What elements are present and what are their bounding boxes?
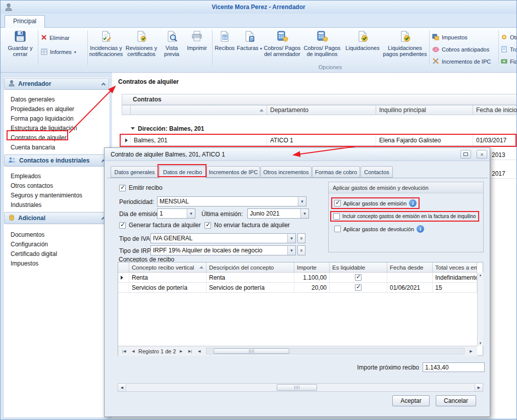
sidebar-section-arrendador[interactable]: Arrendador [4, 78, 109, 90]
row-cell-departamento[interactable]: ATICO 1 [267, 135, 376, 146]
ultima-emision-select[interactable]: Junio 2021 [247, 208, 309, 219]
conceptos-cell-liquidable[interactable] [330, 283, 387, 293]
tras-button[interactable]: Tras [501, 44, 517, 55]
impuestos-button[interactable]: Impuestos [432, 32, 468, 42]
sidebar-section-contactos[interactable]: Contactos e industriales [4, 154, 109, 167]
aplicar-gastos-emision-row[interactable]: Aplicar gastos de emisión i [331, 197, 420, 209]
sidebar-item-cuenta-bancaria[interactable]: Cuenta bancaria [4, 143, 109, 152]
aplicar-gastos-emision-checkbox[interactable] [334, 200, 341, 206]
sidebar-item-impuestos[interactable]: Impuestos [4, 259, 109, 269]
tipo-irpf-select[interactable]: IRPF 19% Alquiler de locales de negocio [150, 245, 296, 255]
conceptos-cell[interactable]: 1.100,00 [294, 273, 330, 283]
aceptar-button[interactable]: Aceptar [392, 395, 430, 406]
conceptos-cell[interactable] [387, 273, 433, 283]
guardar-cerrar-button[interactable]: Guardar y cerrar [6, 30, 35, 70]
conceptos-header-total[interactable]: Total veces a emit [433, 262, 477, 273]
fian-button[interactable]: Fian [501, 57, 517, 67]
tab-datos-de-recibo[interactable]: Datos de recibo [159, 166, 206, 178]
tab-incrementos-ipc[interactable]: Incrementos de IPC [206, 166, 260, 178]
eliminar-button[interactable]: Eliminar [41, 33, 70, 43]
nav-first-button[interactable]: |◀ [120, 348, 128, 355]
imprimir-button[interactable]: Imprimir [184, 30, 210, 70]
incluir-concepto-row[interactable]: Incluir concepto gastos de emisión en la… [330, 211, 479, 222]
sidebar-item-propiedades[interactable]: Propiedades en alquiler [4, 104, 109, 114]
dialog-hscrollbar[interactable]: ◀ ▶ [118, 383, 483, 392]
sidebar-item-configuracion[interactable]: Configuración [4, 240, 109, 249]
nav-last-button[interactable]: ▶| [186, 348, 194, 355]
cancelar-button[interactable]: Cancelar [436, 395, 476, 406]
no-enviar-factura-checkbox[interactable] [204, 222, 211, 229]
dia-emision-select[interactable]: 1 [157, 208, 195, 219]
revisiones-button[interactable]: Revisiones y certificados [124, 30, 159, 70]
periodicidad-select[interactable]: MENSUAL [157, 196, 306, 206]
conceptos-cell[interactable]: Servicios de portería [129, 283, 206, 293]
nav-next-button[interactable]: ▶ [177, 348, 185, 355]
dropdown-arrow-icon[interactable] [287, 246, 295, 255]
tipo-iva-select[interactable]: IVA GENERAL [150, 233, 296, 243]
tipo-iva-clear-button[interactable]: × [297, 233, 305, 243]
sidebar-item-otros-contactos[interactable]: Otros contactos [4, 181, 109, 191]
conceptos-cell-liquidable[interactable] [330, 273, 387, 283]
conceptos-cell[interactable]: Servicios de portería [206, 283, 294, 293]
dropdown-arrow-icon[interactable] [287, 234, 295, 243]
nav-prev-button[interactable]: ◀ [129, 348, 137, 355]
generar-factura-row[interactable]: Generar factura de alquiler [119, 222, 201, 229]
grid-vscrollbar[interactable]: ▲▼ [477, 273, 483, 346]
incluir-concepto-checkbox[interactable] [333, 213, 340, 220]
info-icon[interactable]: i [409, 199, 417, 207]
conceptos-header-descripcion[interactable]: Descripción del concepto [206, 262, 294, 273]
conceptos-header-concepto[interactable]: Concepto recibo vertical [129, 262, 206, 273]
conceptos-header-liquidable[interactable]: Es liquidable [330, 262, 387, 273]
sidebar-item-certificado[interactable]: Certificado digital [4, 249, 109, 259]
grid-header-direccion[interactable] [131, 105, 267, 115]
emitir-recibo-checkbox[interactable] [119, 185, 126, 191]
vista-previa-button[interactable]: Vista previa [160, 30, 183, 70]
sidebar-section-adicional[interactable]: Adicional [4, 212, 109, 224]
row-cell-inquilino[interactable]: Elena Fajardo Galisteo [376, 135, 473, 146]
nav-hscroll-left-icon[interactable]: ◀ [195, 348, 203, 355]
conceptos-cell[interactable]: Renta [129, 273, 206, 283]
row-cell-fecha[interactable]: 01/03/2017 [473, 135, 517, 146]
otro-button[interactable]: Otro [501, 32, 517, 42]
info-icon[interactable]: i [417, 225, 424, 233]
grid-hscroll-thumb[interactable] [214, 348, 289, 354]
sidebar-item-contratos-alquiler[interactable]: Contratos de alquiler [4, 133, 109, 143]
grid-hscrollbar[interactable] [206, 348, 464, 354]
dropdown-arrow-icon[interactable] [187, 209, 195, 218]
sidebar-item-forma-pago[interactable]: Forma pago liquidación [4, 114, 109, 124]
cobros-anticipados-button[interactable]: Cobros anticipados [432, 44, 489, 55]
tab-otros-incrementos[interactable]: Otros incrementos [261, 166, 312, 178]
dropdown-arrow-icon[interactable] [300, 209, 308, 218]
conceptos-cell[interactable]: 01/06/2021 [387, 283, 433, 293]
scroll-down-icon[interactable]: ▼ [479, 342, 482, 345]
generar-factura-checkbox[interactable] [119, 222, 126, 229]
grid-header-inquilino[interactable]: Inquilino principal [376, 105, 473, 115]
grid-header-departamento[interactable]: Departamento [267, 105, 376, 115]
tab-contactos[interactable]: Contactos [360, 166, 393, 178]
tab-principal[interactable]: Principal [5, 15, 45, 28]
conceptos-header-fecha[interactable]: Fecha desde [387, 262, 433, 273]
sidebar-item-empleados[interactable]: Empleados [4, 172, 109, 181]
scroll-left-icon[interactable]: ◀ [118, 384, 126, 391]
tab-formas-de-cobro[interactable]: Formas de cobro [312, 166, 360, 178]
scroll-up-icon[interactable]: ▲ [479, 274, 482, 277]
restore-button[interactable] [460, 150, 471, 159]
sidebar-item-datos-generales[interactable]: Datos generales [4, 95, 109, 104]
conceptos-cell[interactable]: Indefinidamente [433, 273, 477, 283]
sidebar-item-estructura[interactable]: Estructura de liquidación [4, 124, 109, 133]
conceptos-cell[interactable]: 15 [433, 283, 477, 293]
conceptos-header-importe[interactable]: Importe [294, 262, 330, 273]
conceptos-cell[interactable]: Renta [206, 273, 294, 283]
grid-group-row[interactable]: Dirección: Balmes, 201 [131, 124, 514, 133]
emitir-recibo-row[interactable]: Emitir recibo [119, 184, 163, 191]
tab-datos-generales[interactable]: Datos generales [111, 166, 159, 178]
sidebar-item-seguros[interactable]: Seguros y mantenimientos [4, 191, 109, 200]
incidencias-button[interactable]: Incidencias y notificaciones [89, 30, 123, 70]
dialog-hscroll-thumb[interactable] [277, 384, 317, 391]
tipo-irpf-clear-button[interactable]: × [297, 245, 305, 255]
dropdown-arrow-icon[interactable] [298, 197, 306, 206]
close-button[interactable]: × [477, 150, 487, 159]
aplicar-gastos-devolucion-row[interactable]: Aplicar gastos de devolución i [334, 225, 424, 233]
liquidable-checkbox[interactable] [355, 284, 361, 291]
informes-button[interactable]: Informes ▾ [41, 47, 76, 57]
